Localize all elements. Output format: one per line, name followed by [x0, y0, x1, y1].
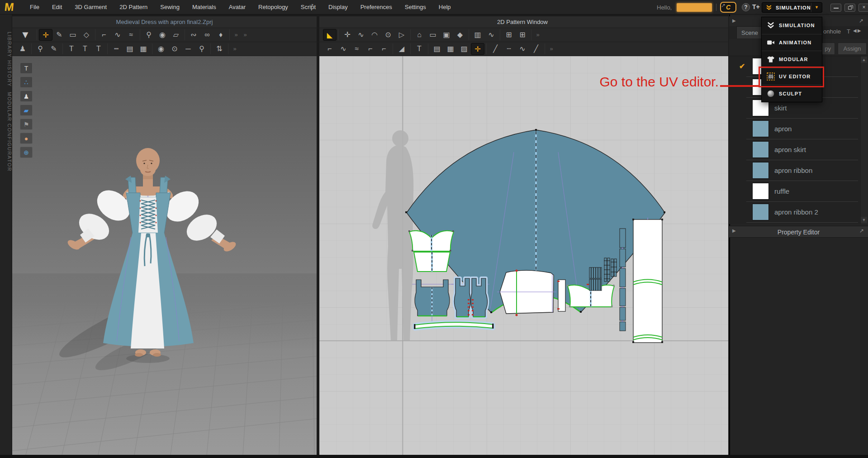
show-fabric-icon[interactable]: ▰	[20, 105, 33, 116]
menu-2d-pattern[interactable]: 2D Pattern	[113, 0, 154, 14]
add-point-tool-icon[interactable]: ⊙	[381, 29, 395, 41]
edit-curvature-tool-icon[interactable]: ∿	[354, 29, 368, 41]
2d-window-expand-icon[interactable]: ↗	[721, 2, 726, 9]
fit-garment-tool-icon[interactable]: T	[65, 43, 78, 55]
show-particles-icon[interactable]: ∴	[20, 76, 33, 88]
scene-item-apron[interactable]: apron	[729, 119, 860, 139]
property-editor-expand-icon[interactable]: ↗	[859, 228, 864, 234]
panel-collapse-icon[interactable]: ▶	[732, 18, 736, 23]
assign-button[interactable]: Assign	[838, 43, 867, 55]
fold-arrange-tool-icon[interactable]: ♦	[214, 29, 228, 41]
seam-dash-tool-icon[interactable]: ┄	[502, 43, 516, 55]
elastic-tool-icon[interactable]: ∾	[187, 29, 200, 41]
scrollbar-up-icon[interactable]: ▲	[861, 57, 867, 63]
add-garment-icon[interactable]: T+	[752, 3, 760, 10]
scrollbar-down-icon[interactable]: ▼	[861, 217, 867, 223]
3d-viewport[interactable]	[12, 56, 317, 455]
grid-tool-icon[interactable]: ⊞	[502, 29, 516, 41]
scene-item-apron-skirt[interactable]: apron skirt	[729, 139, 860, 160]
simulate-tool-icon[interactable]: ▼	[16, 29, 35, 41]
drape-garment-tool-icon[interactable]: T	[78, 43, 92, 55]
2d-pattern-viewport[interactable]	[319, 56, 728, 455]
texture-a-tool-icon[interactable]: ▦	[444, 43, 457, 55]
menu-retopology[interactable]: Retopology	[252, 0, 294, 14]
texture-edit-tool-icon[interactable]: ▤	[123, 43, 137, 55]
menu-script[interactable]: Script	[294, 0, 322, 14]
restore-button[interactable]	[844, 4, 855, 12]
texture-roll-tool-icon[interactable]: ▤	[430, 43, 444, 55]
pleats-wave-tool-icon[interactable]: ∿	[484, 29, 498, 41]
pleats-tool-icon[interactable]: ▥	[471, 29, 484, 41]
scene-item-apron-ribbon-2[interactable]: apron ribbon 2	[729, 202, 860, 223]
minimize-button[interactable]	[830, 4, 841, 12]
box-select-tool-icon[interactable]: ▭	[66, 29, 80, 41]
dropdown-item-animation[interactable]: ANIMATION	[762, 34, 822, 52]
3d-window-expand-icon[interactable]: ↗	[309, 2, 314, 9]
avatar-pose-tool-icon[interactable]: ♟	[16, 43, 29, 55]
tab-onhole[interactable]: onhole	[823, 28, 841, 35]
dart-tool-icon[interactable]: ◆	[453, 29, 467, 41]
zipper-tool-icon[interactable]: ⇅	[213, 43, 226, 55]
menu-sewing[interactable]: Sewing	[154, 0, 186, 14]
mode-dropdown-arrow-icon[interactable]: ▼	[811, 3, 822, 12]
show-avatar-icon[interactable]: ♟	[20, 91, 33, 102]
help-icon[interactable]: ?	[742, 3, 750, 11]
menu-settings[interactable]: Settings	[398, 0, 432, 14]
mn-sewing-2d-tool-icon[interactable]: ≈	[350, 43, 364, 55]
menu-materials[interactable]: Materials	[186, 0, 223, 14]
close-button[interactable]: ×	[859, 4, 868, 12]
menu-avatar[interactable]: Avatar	[223, 0, 252, 14]
mode-selector-button[interactable]: SIMULATION ▼	[762, 2, 822, 13]
pattern-skirt-front-panel[interactable]	[497, 270, 556, 316]
dock-tab-modular-configurator[interactable]: MODULAR CONFIGURATOR	[0, 92, 12, 172]
menu-display[interactable]: Display	[322, 0, 354, 14]
polygon-tool-icon[interactable]: ⌂	[413, 29, 426, 41]
pattern-waistband-strip[interactable]	[414, 322, 494, 329]
show-head-icon[interactable]: ●	[20, 133, 33, 144]
texture-b-tool-icon[interactable]: ▨	[457, 43, 471, 55]
pattern-small-panel[interactable]	[557, 280, 565, 311]
menu-3d-garment[interactable]: 3D Garment	[68, 0, 113, 14]
scene-list-scrollbar[interactable]	[860, 56, 868, 224]
dropdown-item-modular[interactable]: MODULAR	[762, 51, 822, 68]
dropdown-item-simulation[interactable]: SIMULATION	[762, 17, 822, 34]
segment-sewing-2d-tool-icon[interactable]: ⌐	[323, 43, 337, 55]
dock-tab-library[interactable]: LIBRARY	[0, 32, 12, 57]
dropdown-item-sculpt[interactable]: SCULPT	[762, 85, 822, 102]
property-editor-collapse-icon[interactable]: ▶	[732, 228, 736, 233]
pattern-apron-skirt-panel[interactable]	[632, 218, 663, 343]
pattern-bodice-base[interactable]	[414, 252, 450, 272]
buttonhole-tool-icon[interactable]: ⊙	[168, 43, 181, 55]
pin-ball-tool-icon[interactable]: ◉	[156, 29, 169, 41]
segment-sewing-tool-icon[interactable]: ⌐	[97, 29, 111, 41]
sewing-edit-tool-icon[interactable]: ⌐	[377, 43, 391, 55]
pin-lock-tool-icon[interactable]: ⚲	[195, 43, 209, 55]
menu-file[interactable]: File	[24, 0, 46, 14]
pattern-apron-bodice-halves[interactable]	[451, 278, 489, 317]
toolbar-overflow-icon[interactable]: »	[547, 43, 556, 55]
button-tool-icon[interactable]: ◉	[154, 43, 168, 55]
tab-t[interactable]: T	[847, 28, 850, 35]
seam-wave-tool-icon[interactable]: ∿	[516, 43, 529, 55]
menu-help[interactable]: Help	[432, 0, 457, 14]
menu-edit[interactable]: Edit	[46, 0, 68, 14]
property-editor-header[interactable]: Property Editor	[729, 226, 868, 238]
toolbar-overflow-icon[interactable]: »	[232, 29, 241, 41]
scene-item-ruffle[interactable]: ruffle	[729, 181, 860, 202]
rectangle-tool-icon[interactable]: ▭	[426, 29, 440, 41]
pattern-clone-tool-icon[interactable]: ▣	[440, 29, 453, 41]
texture-uv-tool-icon[interactable]: ▦	[137, 43, 150, 55]
sewing-check-tool-icon[interactable]: ⌐	[364, 43, 377, 55]
edit-pattern-tool-icon[interactable]: ✛	[341, 29, 354, 41]
free-sewing-2d-tool-icon[interactable]: ∿	[337, 43, 350, 55]
garment-tool-icon[interactable]: T	[413, 43, 426, 55]
select-pen-tool-icon[interactable]: ✎	[52, 29, 66, 41]
mn-sewing-tool-icon[interactable]: ≈	[124, 29, 138, 41]
layer-garment-tool-icon[interactable]: T	[92, 43, 105, 55]
scene-item-apron-ribbon[interactable]: apron ribbon	[729, 160, 860, 181]
tab-scene[interactable]: Scene	[736, 26, 763, 38]
sewing-patch-tool-icon[interactable]: ▱	[169, 29, 183, 41]
show-cloth-icon[interactable]: ⚑	[20, 119, 33, 130]
binding-tool-icon[interactable]: ∞	[200, 29, 214, 41]
select-move-tool-icon[interactable]: ✛	[39, 29, 52, 41]
